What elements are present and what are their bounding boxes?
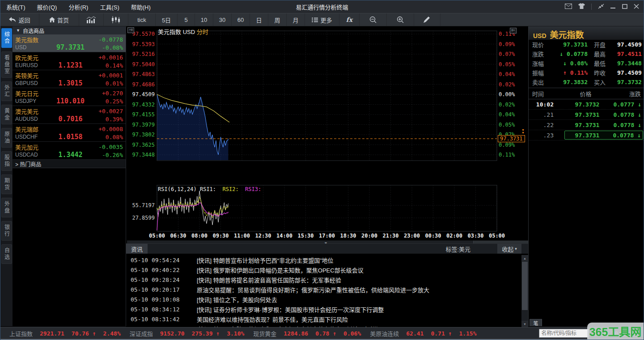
menu-quote[interactable]: 报价(Q) bbox=[31, 3, 63, 11]
news-item[interactable]: 05-10 09:20:17原油交易提醒：贸易谈判值得良好期许；俄罗斯污染严重性… bbox=[126, 285, 521, 294]
close-icon[interactable] bbox=[634, 4, 639, 10]
news-item[interactable]: 05-10 09:10:08[快讯] 错位之下，美股向何处去 bbox=[126, 294, 521, 304]
hot-products-row[interactable]: > 热门商品 bbox=[13, 160, 126, 168]
minimize-icon[interactable] bbox=[610, 4, 616, 10]
period-30-button[interactable]: 30 bbox=[213, 13, 232, 26]
side-tab-global[interactable]: 外盘 bbox=[1, 198, 12, 217]
formula-button[interactable]: fx bbox=[339, 13, 360, 26]
period-60-button[interactable]: 60 bbox=[232, 13, 250, 26]
menu-help[interactable]: 帮助(H) bbox=[125, 3, 157, 11]
index-change: 275.39 ↑ bbox=[192, 330, 220, 337]
quote-row: 振幅↑ 0.11% 昨收97.4509 bbox=[529, 68, 644, 77]
price-axis-label: 97.4509 bbox=[126, 91, 155, 98]
time-axis-label: 06:30 bbox=[168, 233, 189, 239]
percent-axis-label: 0.04% bbox=[499, 71, 526, 77]
bar-chart-icon bbox=[86, 16, 96, 23]
back-button[interactable]: 返回 bbox=[0, 13, 39, 26]
home-button[interactable]: 首页 bbox=[39, 13, 79, 26]
symbol-search-input[interactable] bbox=[539, 329, 589, 338]
period-10-button[interactable]: 10 bbox=[195, 13, 213, 26]
period-5d-button[interactable]: 5日 bbox=[156, 13, 178, 26]
rsi-label-row: RSI(6,12,24) RSI1: RSI2: RSI3: bbox=[158, 186, 261, 192]
collapse-triangle-icon: ▼ bbox=[16, 28, 20, 33]
news-item[interactable]: 05-10 09:40:22[快讯] 俄罗斯和伊朗出口降幅仍是未知数，聚焦OPE… bbox=[126, 265, 521, 275]
watchlist-header[interactable]: ▼ 自选商品 bbox=[13, 26, 126, 34]
news-collapse-button[interactable]: 收起▾ bbox=[497, 244, 521, 254]
news-item[interactable]: 05-10 08:34:12[快讯] 证券分析师卡罗琳·博罗根：美国股市预计会经… bbox=[126, 304, 521, 314]
maximize-icon[interactable] bbox=[622, 4, 627, 10]
news-scrollbar[interactable]: ▲ ▼ bbox=[521, 255, 528, 327]
menu-analysis[interactable]: 分析(R) bbox=[63, 3, 94, 11]
side-tab-overview[interactable]: 综合 bbox=[1, 28, 12, 48]
menu-tools[interactable]: 工具(S) bbox=[94, 3, 125, 11]
quote-header: USD 美元指数 bbox=[529, 26, 644, 40]
watchlist-row-gbpusd[interactable]: 英镑美元+0.0001 GBPUSD1.30150.01% bbox=[13, 70, 126, 88]
watchlist-row-eurusd[interactable]: 欧元美元+0.0016 EURUSD1.12310.14% bbox=[13, 52, 126, 70]
menu-system[interactable]: 系统(T) bbox=[0, 3, 31, 11]
percent-axis-label: 0.02% bbox=[499, 81, 526, 88]
period-5-button[interactable]: 5 bbox=[178, 13, 195, 26]
price-axis-label: 97.3448 bbox=[126, 152, 155, 158]
title-bar: 系统(T) 报价(Q) 分析(R) 工具(S) 帮助(H) 易汇通行情分析终端 bbox=[0, 0, 644, 13]
index-name[interactable]: 上证指数 bbox=[9, 329, 33, 338]
time-axis-label: 12:30 bbox=[253, 233, 274, 239]
tick-button[interactable]: tick bbox=[128, 13, 156, 26]
side-tab-forex[interactable]: 外汇 bbox=[1, 81, 12, 101]
watchlist-row-usdjpy[interactable]: 美元日元+0.270 USDJPY110.0100.25% bbox=[13, 88, 126, 106]
percent-axis-label: 0.04% bbox=[499, 111, 526, 118]
chart-panel[interactable]: 美元指数 USD 分时 +‖ ‖+ 97.557097.539397.52169… bbox=[126, 26, 528, 243]
period-month-button[interactable]: 月 bbox=[287, 13, 305, 26]
price-chart[interactable] bbox=[126, 26, 528, 243]
period-week-button[interactable]: 周 bbox=[268, 13, 287, 26]
side-tab-futures[interactable]: 期货 bbox=[1, 174, 12, 194]
zoom-in-button[interactable] bbox=[387, 13, 414, 26]
side-tab-gold[interactable]: 黄金 bbox=[1, 105, 12, 124]
scroll-up-icon[interactable]: ▲ bbox=[521, 255, 528, 261]
news-item[interactable]: 05-10 09:28:24[快讯] 特朗普将提名前波音高管任国防部长：无军事经… bbox=[126, 275, 521, 285]
bottom-status-bar: 上证指数 2921.71 70.76 ↑ 2.48% 深证成指 9152.70 … bbox=[0, 327, 644, 339]
index-value: 9152.70 bbox=[160, 330, 185, 337]
side-tab-indices[interactable]: 股指 bbox=[1, 151, 12, 171]
percent-axis-label: 0.09% bbox=[499, 142, 526, 148]
watchlist-row-usdchf[interactable]: 美元瑞郎+0.0008 USDCHF1.01580.08% bbox=[13, 124, 126, 142]
news-item[interactable]: 05-10 07:51:20[快讯] 美国国务院：蓬佩奥和日本内阁官房长官菅义伟… bbox=[126, 324, 521, 327]
time-axis-label: 18:30 bbox=[338, 233, 359, 239]
period-day-button[interactable]: 日 bbox=[250, 13, 268, 26]
watchlist-row-audusd[interactable]: 澳元美元+0.0027 AUDUSD0.70160.39% bbox=[13, 106, 126, 124]
zoom-out-button[interactable] bbox=[360, 13, 387, 26]
percent-axis-label: 0.11% bbox=[499, 152, 526, 158]
quote-row: 现价97.3731 开盘97.4509 bbox=[529, 40, 644, 49]
watchlist-row-usdcad[interactable]: 美元加元-0.0035 USDCAD1.3442-0.26% bbox=[13, 142, 126, 160]
kline-button[interactable] bbox=[104, 13, 128, 26]
price-axis-label: 97.5393 bbox=[126, 41, 155, 47]
shrink-icon[interactable] bbox=[598, 4, 604, 10]
pen-tab[interactable]: 笔 bbox=[530, 319, 542, 326]
side-tab-oil[interactable]: 原油 bbox=[1, 128, 12, 148]
side-tab-custom[interactable]: 自选 bbox=[1, 244, 12, 264]
index-name[interactable]: 深证成指 bbox=[130, 329, 153, 338]
index-name[interactable]: 美原油连续 bbox=[370, 329, 399, 338]
time-axis-label: 14:00 bbox=[274, 233, 295, 239]
news-item[interactable]: 05-10 08:31:42美国经济难以维持强劲表现？前景不佳，美元直面下行风险 bbox=[126, 314, 521, 324]
time-axis-label: 15:30 bbox=[295, 233, 317, 239]
news-item[interactable]: 05-10 09:54:24[快讯] 特朗普宣布计划给予巴西“非北约主要盟国”地… bbox=[126, 255, 521, 265]
scroll-down-icon[interactable]: ▼ bbox=[521, 321, 528, 327]
index-name[interactable]: 现货黄金 bbox=[253, 329, 276, 338]
news-tab[interactable]: 资讯 bbox=[126, 244, 148, 254]
quote-code: USD bbox=[533, 32, 547, 39]
pin-right-icon[interactable]: ‖+ bbox=[510, 28, 517, 34]
time-axis-label: 05:00 bbox=[486, 233, 508, 239]
mail-icon[interactable] bbox=[565, 4, 572, 10]
percent-axis-label: 0.09% bbox=[499, 41, 526, 47]
side-tab-bank[interactable]: 银行 bbox=[1, 221, 12, 241]
news-scrollbar-thumb[interactable] bbox=[522, 262, 528, 310]
skin-icon[interactable] bbox=[578, 3, 585, 10]
draw-button[interactable] bbox=[414, 13, 441, 26]
time-axis-label: 09:30 bbox=[210, 233, 232, 239]
watchlist-row-usd-index[interactable]: 美元指数-0.0778 USD97.3731-0.08% bbox=[13, 34, 126, 52]
more-button[interactable]: 更多 bbox=[305, 13, 339, 26]
watchlist-panel: ▼ 自选商品 美元指数-0.0778 USD97.3731-0.08% 欧元美元… bbox=[13, 26, 126, 326]
bar-chart-button[interactable] bbox=[79, 13, 104, 26]
side-tab-watchroom[interactable]: 看盘室 bbox=[1, 51, 12, 78]
pin-left-icon[interactable]: +‖ bbox=[127, 27, 134, 33]
